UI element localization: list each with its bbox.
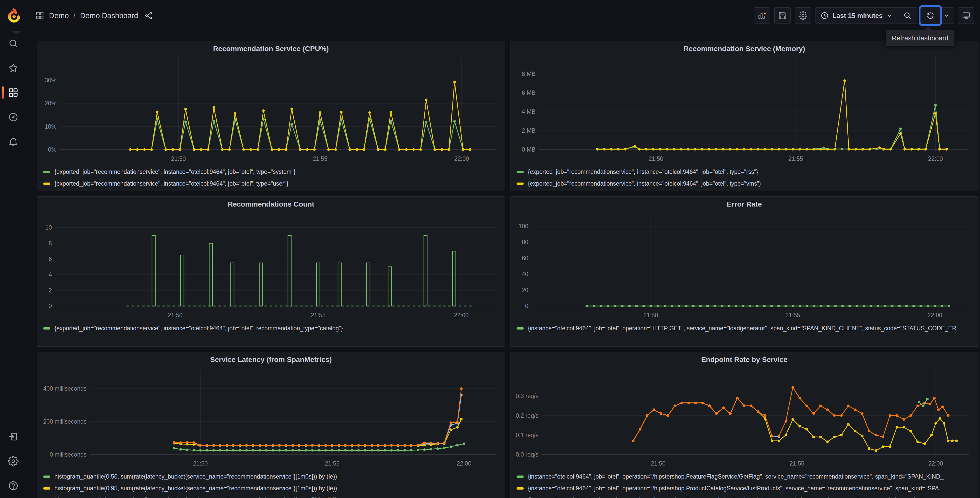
- refresh-tooltip: Refresh dashboard: [886, 30, 955, 46]
- svg-text:21:50: 21:50: [168, 312, 183, 319]
- refresh-dashboard-button[interactable]: [921, 8, 940, 24]
- breadcrumb-section[interactable]: Demo: [49, 11, 69, 20]
- legend-item: {exported_job="recommendationservice", i…: [43, 322, 501, 334]
- legend-swatch: [517, 487, 524, 490]
- sign-in-icon: [8, 431, 19, 442]
- svg-text:22:00: 22:00: [928, 460, 943, 467]
- legend-swatch: [517, 476, 524, 478]
- breadcrumb: Demo / Demo Dashboard: [35, 11, 153, 20]
- panel-legend: {exported_job="recommendationservice", i…: [40, 163, 502, 190]
- svg-text:22:00: 22:00: [454, 155, 469, 162]
- svg-text:0.3 req/s: 0.3 req/s: [516, 393, 539, 399]
- panel-service-latency: Service Latency (from SpanMetrics) 0 mil…: [37, 352, 505, 498]
- svg-text:21:55: 21:55: [788, 155, 803, 162]
- chart-canvas[interactable]: 0.0 req/s0.1 req/s0.2 req/s0.3 req/s21:5…: [513, 366, 976, 468]
- time-range-picker[interactable]: Last 15 minutes: [816, 8, 898, 24]
- svg-text:200 milliseconds: 200 milliseconds: [43, 418, 87, 425]
- legend-swatch: [43, 182, 50, 185]
- time-picker-group: Last 15 minutes: [815, 7, 917, 24]
- svg-text:21:55: 21:55: [786, 312, 800, 319]
- legend-series-label[interactable]: histogram_quantile(0.50, sum(rate(latenc…: [54, 473, 337, 480]
- svg-text:6 MB: 6 MB: [522, 89, 536, 96]
- add-panel-button[interactable]: [754, 7, 770, 24]
- panel-title[interactable]: Recommendation Service (CPU%): [40, 43, 502, 54]
- sidebar-item-starred[interactable]: [0, 56, 27, 80]
- panel-title[interactable]: Error Rate: [513, 198, 976, 211]
- refresh-icon: [926, 11, 934, 20]
- legend-item: {instance="otelcol:9464", job="otel", op…: [517, 482, 974, 494]
- svg-text:6: 6: [49, 255, 52, 262]
- zoom-out-time-button[interactable]: [898, 8, 916, 24]
- chart-canvas[interactable]: 0 MB2 MB4 MB6 MB8 MB21:5021:5522:00: [513, 54, 976, 163]
- chevron-down-icon: [943, 12, 950, 19]
- sidebar-item-explore[interactable]: [0, 105, 27, 129]
- svg-text:8: 8: [49, 240, 52, 247]
- panel-title[interactable]: Service Latency (from SpanMetrics): [40, 354, 502, 366]
- legend-series-label[interactable]: histogram_quantile(0.99, sum(rate(latenc…: [54, 497, 337, 498]
- legend-item: {instance="otelcol:9464", job="otel", op…: [517, 494, 974, 498]
- legend-series-label[interactable]: {exported_job="recommendationservice", i…: [54, 168, 296, 176]
- refresh-interval-dropdown[interactable]: [940, 8, 954, 24]
- legend-swatch: [517, 171, 524, 173]
- legend-series-label[interactable]: {instance="otelcol:9464", job="otel", op…: [528, 485, 939, 492]
- sidebar-item-sign-in[interactable]: [0, 425, 27, 449]
- legend-item: histogram_quantile(0.99, sum(rate(latenc…: [43, 494, 501, 498]
- svg-text:4: 4: [49, 271, 52, 278]
- svg-text:100: 100: [519, 223, 528, 230]
- legend-series-label[interactable]: {instance="otelcol:9464", job="otel", op…: [528, 497, 936, 498]
- svg-text:21:55: 21:55: [790, 460, 805, 467]
- svg-text:22:00: 22:00: [457, 460, 471, 467]
- kiosk-mode-button[interactable]: [958, 7, 974, 24]
- save-dashboard-button[interactable]: [774, 7, 791, 24]
- chart-canvas[interactable]: 024681021:5021:5522:00: [40, 211, 502, 320]
- legend-item: {exported_job="recommendationservice", i…: [43, 178, 501, 190]
- legend-series-label[interactable]: {exported_job="recommendationservice", i…: [54, 325, 343, 332]
- svg-text:21:50: 21:50: [649, 155, 663, 162]
- sidebar-item-search[interactable]: [0, 31, 27, 56]
- sidebar-item-dashboards[interactable]: [0, 80, 27, 105]
- panel-legend: {instance="otelcol:9464", job="otel", op…: [513, 320, 976, 334]
- panel-legend: histogram_quantile(0.50, sum(rate(latenc…: [40, 468, 502, 498]
- active-indicator: [2, 86, 4, 99]
- sidebar-item-settings[interactable]: [0, 449, 27, 474]
- grafana-logo[interactable]: [6, 8, 22, 24]
- legend-item: histogram_quantile(0.95, sum(rate(latenc…: [43, 482, 501, 494]
- panel-title[interactable]: Recommendations Count: [40, 198, 502, 211]
- svg-text:40: 40: [522, 271, 528, 278]
- svg-text:21:50: 21:50: [651, 460, 665, 467]
- svg-text:20%: 20%: [45, 100, 56, 107]
- legend-item: {instance="otelcol:9464", job="otel", op…: [517, 471, 974, 482]
- legend-swatch: [517, 182, 524, 185]
- legend-series-label[interactable]: {exported_job="recommendationservice", i…: [528, 180, 761, 187]
- sidebar-item-alerting[interactable]: [0, 129, 27, 154]
- chart-canvas[interactable]: 0%10%20%30%21:5021:5522:00: [40, 54, 502, 163]
- chart-canvas[interactable]: 02040608010021:5021:5522:00: [513, 211, 976, 320]
- legend-swatch: [43, 476, 50, 478]
- svg-text:0.1 req/s: 0.1 req/s: [516, 432, 539, 439]
- sidebar-item-help[interactable]: [0, 474, 27, 498]
- panel-recommendation-memory: Recommendation Service (Memory) 0 MB2 MB…: [510, 41, 978, 191]
- legend-item: {exported_job="recommendationservice", i…: [517, 166, 974, 178]
- help-circle-icon: [8, 480, 19, 491]
- svg-text:10%: 10%: [45, 123, 56, 130]
- chart-canvas[interactable]: 0 milliseconds200 milliseconds400 millis…: [40, 366, 502, 468]
- svg-text:0.0 req/s: 0.0 req/s: [516, 451, 539, 458]
- legend-series-label[interactable]: {exported_job="recommendationservice", i…: [528, 168, 758, 176]
- legend-series-label[interactable]: {instance="otelcol:9464", job="otel", op…: [528, 325, 956, 332]
- svg-text:0: 0: [525, 303, 528, 309]
- legend-swatch: [517, 327, 524, 330]
- legend-series-label[interactable]: {exported_job="recommendationservice", i…: [54, 180, 288, 187]
- svg-text:21:55: 21:55: [311, 312, 326, 319]
- dashboards-grid-icon: [35, 11, 45, 20]
- dashboard-settings-button[interactable]: [795, 7, 811, 24]
- legend-series-label[interactable]: histogram_quantile(0.95, sum(rate(latenc…: [54, 485, 337, 492]
- breadcrumb-page[interactable]: Demo Dashboard: [80, 11, 138, 20]
- svg-text:21:55: 21:55: [325, 460, 339, 467]
- panel-title[interactable]: Endpoint Rate by Service: [513, 354, 976, 366]
- compass-icon: [8, 112, 19, 123]
- top-nav: Demo / Demo Dashboard: [0, 0, 980, 31]
- panel-legend: {instance="otelcol:9464", job="otel", op…: [513, 468, 976, 498]
- share-icon[interactable]: [144, 11, 153, 20]
- legend-item: histogram_quantile(0.50, sum(rate(latenc…: [43, 471, 501, 482]
- legend-series-label[interactable]: {instance="otelcol:9464", job="otel", op…: [528, 473, 943, 480]
